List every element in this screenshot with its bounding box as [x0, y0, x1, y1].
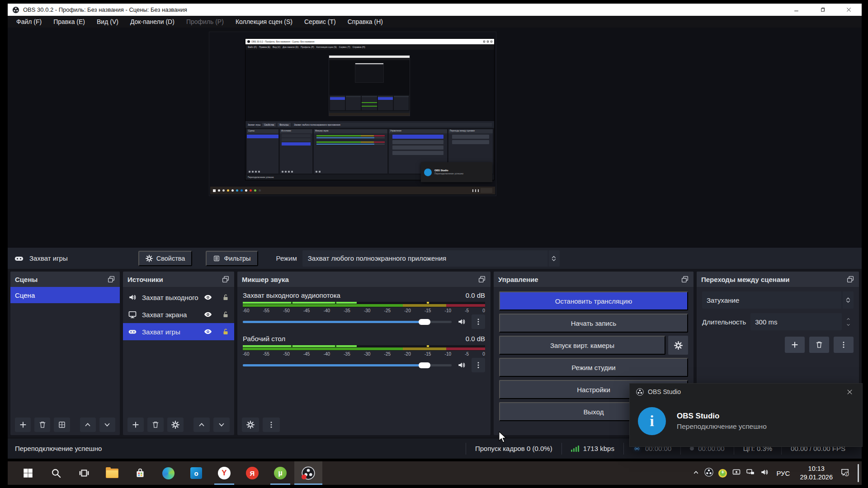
notification-center-icon[interactable]: 1: [840, 468, 849, 479]
controls-panel-header[interactable]: Управление: [494, 272, 693, 287]
popout-icon[interactable]: [846, 275, 854, 283]
transition-menu-button[interactable]: [834, 337, 854, 353]
scene-down-button[interactable]: [99, 418, 115, 432]
notification-close-button[interactable]: [843, 385, 856, 398]
popout-icon[interactable]: [222, 275, 230, 283]
minimize-button[interactable]: [783, 4, 809, 16]
transition-select[interactable]: Затухание: [702, 291, 854, 309]
source-row-game-capture[interactable]: Захват игры: [123, 323, 234, 340]
vu-meter: [243, 345, 485, 351]
screen-record-tray-icon[interactable]: [732, 468, 741, 479]
utorrent-icon[interactable]: µ: [266, 461, 294, 485]
studio-mode-button[interactable]: Режим студии: [499, 358, 688, 377]
mini-window-controls: [483, 41, 492, 42]
visibility-eye-icon[interactable]: [203, 327, 212, 336]
visibility-eye-icon[interactable]: [203, 310, 212, 319]
lock-icon[interactable]: [222, 310, 230, 319]
add-scene-button[interactable]: [15, 418, 31, 432]
advanced-audio-button[interactable]: [242, 418, 259, 432]
search-button[interactable]: [42, 461, 70, 485]
microsoft-store-icon[interactable]: [126, 461, 154, 485]
source-properties-button[interactable]: [167, 418, 184, 432]
scenes-toolbar: [10, 414, 120, 435]
menu-item[interactable]: Док-панели (D): [124, 16, 180, 28]
sources-panel-header[interactable]: Источники: [123, 272, 234, 287]
show-desktop-button[interactable]: [858, 464, 859, 482]
mixer-panel-header[interactable]: Микшер звука: [237, 272, 491, 287]
properties-button[interactable]: Свойства: [138, 251, 193, 266]
lock-icon[interactable]: [222, 293, 230, 301]
channel-level: 0.0 dB: [466, 291, 485, 299]
source-down-button[interactable]: [213, 418, 230, 432]
outlook-icon[interactable]: o: [182, 461, 210, 485]
spinner-icon[interactable]: [548, 250, 560, 267]
status-message: Переподключение успешно: [15, 445, 102, 452]
obs-taskbar-icon[interactable]: [294, 461, 322, 485]
mini-preview-area: [245, 50, 494, 121]
remove-scene-button[interactable]: [34, 418, 50, 432]
spinner-icon[interactable]: [842, 291, 854, 309]
filters-button[interactable]: Фильтры: [206, 251, 258, 266]
scene-up-button[interactable]: [80, 418, 96, 432]
virtual-camera-button[interactable]: Запуск вирт. камеры: [499, 336, 665, 355]
source-row-display-capture[interactable]: Захват экрана: [123, 306, 234, 323]
menu-item[interactable]: Коллекция сцен (S): [230, 16, 298, 28]
menu-item[interactable]: Вид (V): [91, 16, 124, 28]
transition-value: Затухание: [702, 296, 842, 304]
remove-source-button[interactable]: [147, 418, 164, 432]
taskbar-clock[interactable]: 10:13 29.01.2026: [797, 465, 835, 482]
volume-slider-handle[interactable]: [419, 362, 430, 368]
popout-icon[interactable]: [107, 275, 115, 283]
transitions-panel-header[interactable]: Переходы между сценами: [697, 272, 859, 287]
network-tray-icon[interactable]: [746, 468, 755, 479]
maximize-button[interactable]: [809, 4, 835, 16]
popout-icon[interactable]: [681, 275, 689, 283]
duration-input[interactable]: 300 ms: [750, 313, 842, 330]
volume-slider-handle[interactable]: [419, 319, 430, 325]
language-indicator[interactable]: РУС: [774, 469, 792, 477]
speaker-icon[interactable]: [457, 317, 466, 326]
obs-tray-icon[interactable]: [704, 468, 713, 479]
sources-toolbar: [123, 414, 234, 435]
edge-icon[interactable]: [154, 461, 182, 485]
mixer-menu-button[interactable]: [263, 418, 280, 432]
capture-mode-select[interactable]: Захват любого полноэкранного приложения: [302, 250, 560, 267]
channel-menu-button[interactable]: [472, 358, 485, 372]
speaker-icon[interactable]: [457, 361, 466, 370]
volume-tray-icon[interactable]: [760, 468, 769, 479]
source-up-button[interactable]: [193, 418, 210, 432]
scenes-panel-header[interactable]: Сцены: [10, 272, 120, 287]
add-transition-button[interactable]: [785, 337, 805, 353]
lock-icon[interactable]: [222, 328, 230, 336]
menu-item[interactable]: Правка (E): [47, 16, 91, 28]
antivirus-tray-icon[interactable]: [718, 469, 727, 478]
yandex-icon[interactable]: Я: [238, 461, 266, 485]
task-view-button[interactable]: [70, 461, 98, 485]
add-source-button[interactable]: [127, 418, 144, 432]
menu-item[interactable]: Профиль (P): [180, 16, 230, 28]
popout-icon[interactable]: [478, 275, 486, 283]
notification-toast[interactable]: OBS Studio i OBS Studio Переподключение …: [629, 383, 863, 447]
yandex-browser-icon[interactable]: Y: [210, 461, 238, 485]
menu-item[interactable]: Файл (F): [10, 16, 47, 28]
start-recording-button[interactable]: Начать запись: [499, 314, 688, 333]
file-explorer-icon[interactable]: [98, 461, 126, 485]
visibility-eye-icon[interactable]: [203, 293, 212, 302]
tray-expand-icon[interactable]: [693, 469, 699, 478]
menu-bar: Файл (F)Правка (E)Вид (V)Док-панели (D)П…: [8, 16, 862, 28]
volume-slider[interactable]: [243, 321, 452, 323]
scene-filters-button[interactable]: [54, 418, 70, 432]
preview-area[interactable]: OBS 30.0.2 - Профиль: Без названия - Сце…: [8, 28, 862, 247]
start-button[interactable]: [14, 461, 42, 485]
remove-transition-button[interactable]: [809, 337, 829, 353]
stop-streaming-button[interactable]: Остановить трансляцию: [499, 291, 688, 310]
virtual-camera-settings-button[interactable]: [668, 336, 688, 355]
close-button[interactable]: [835, 4, 862, 16]
duration-stepper[interactable]: [843, 317, 854, 327]
volume-slider[interactable]: [243, 364, 452, 366]
channel-menu-button[interactable]: [472, 314, 485, 329]
menu-item[interactable]: Сервис (T): [298, 16, 342, 28]
menu-item[interactable]: Справка (H): [342, 16, 389, 28]
source-row-audio-output[interactable]: Захват выходного а: [123, 289, 234, 306]
scene-item[interactable]: Сцена: [10, 287, 120, 303]
